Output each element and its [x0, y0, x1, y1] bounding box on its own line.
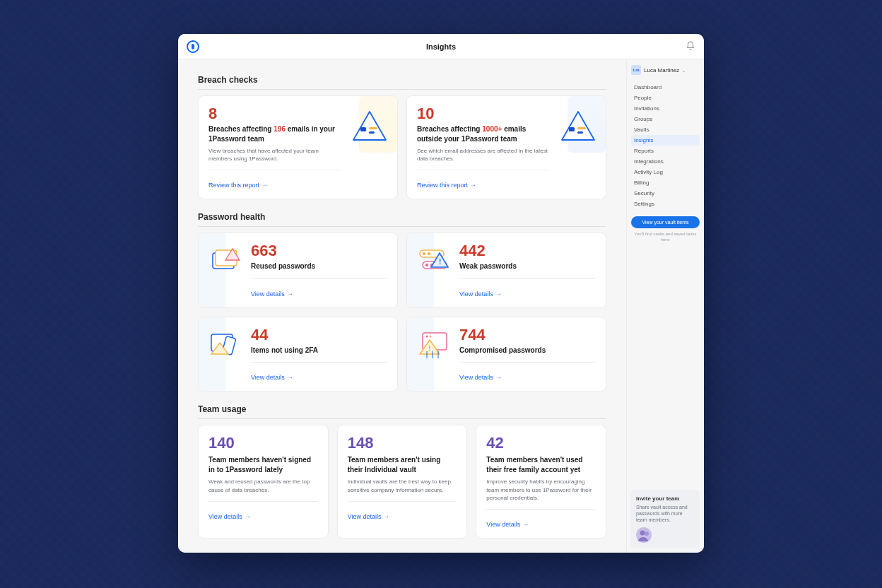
- health-card-reused: 663 Reused passwords View details→: [198, 233, 398, 308]
- view-details-link[interactable]: View details→: [486, 521, 529, 528]
- user-menu[interactable]: Lm Luca Martinez ⌄: [631, 65, 700, 75]
- sidebar-item-reports[interactable]: Reports: [631, 146, 700, 156]
- breach-shield-icon: [348, 109, 392, 148]
- section-heading-team: Team usage: [198, 404, 606, 419]
- sidebar-item-people[interactable]: People: [631, 93, 700, 103]
- view-vault-button[interactable]: View your vault items: [631, 216, 700, 228]
- view-details-link[interactable]: View details→: [208, 513, 251, 520]
- svg-rect-0: [360, 127, 366, 131]
- view-details-link[interactable]: View details→: [348, 513, 390, 520]
- svg-point-25: [645, 531, 649, 536]
- vault-subtext: You'll find vaults and saved items here: [631, 231, 700, 243]
- svg-text:!: !: [428, 345, 430, 353]
- sidebar: Lm Luca Martinez ⌄ DashboardPeopleInvita…: [626, 59, 704, 553]
- review-report-link[interactable]: Review this report→: [208, 182, 268, 189]
- health-count: 442: [459, 242, 596, 260]
- sidebar-item-vaults[interactable]: Vaults: [631, 124, 700, 135]
- breach-count: 10: [417, 105, 549, 123]
- user-name: Luca Martinez: [644, 67, 679, 74]
- svg-point-10: [428, 252, 430, 255]
- main-content: Breach checks 8 Breaches affecting 196 e…: [178, 59, 626, 553]
- health-card-weak: ! 442 Weak passwords View details→: [406, 233, 606, 308]
- sidebar-item-invitations[interactable]: Invitations: [631, 103, 700, 114]
- sidebar-item-security[interactable]: Security: [631, 188, 700, 199]
- sidebar-item-activity-log[interactable]: Activity Log: [631, 167, 700, 177]
- chevron-down-icon: ⌄: [682, 68, 686, 73]
- team-count: 140: [208, 434, 318, 452]
- page-title: Insights: [178, 42, 704, 51]
- breach-shield-icon: [556, 109, 600, 148]
- breach-count: 8: [208, 105, 341, 123]
- invite-sub: Share vault access and passwords with mo…: [636, 504, 694, 523]
- svg-point-18: [426, 335, 428, 337]
- svg-rect-4: [577, 127, 586, 129]
- reused-passwords-icon: [208, 243, 242, 277]
- invite-team-card[interactable]: Invite your team Share vault access and …: [630, 490, 700, 548]
- sidebar-item-groups[interactable]: Groups: [631, 114, 700, 124]
- health-label: Reused passwords: [251, 261, 387, 271]
- health-count: 663: [251, 242, 387, 260]
- health-label: Compromised passwords: [459, 346, 596, 355]
- svg-rect-1: [369, 127, 377, 129]
- team-card-vault: 148 Team members aren't using their Indi…: [337, 425, 468, 539]
- sidebar-item-billing[interactable]: Billing: [631, 177, 700, 188]
- team-count: 148: [348, 434, 457, 452]
- review-report-link[interactable]: Review this report→: [417, 182, 476, 189]
- health-card-2fa: 44 Items not using 2FA View details→: [198, 317, 398, 392]
- svg-point-9: [423, 252, 425, 255]
- health-label: Weak passwords: [459, 261, 596, 271]
- svg-point-24: [640, 531, 645, 536]
- breach-card-external: 10 Breaches affecting 1000+ emails outsi…: [406, 95, 606, 199]
- health-label: Items not using 2FA: [251, 346, 387, 355]
- topbar: Insights: [178, 34, 704, 59]
- svg-text:!: !: [439, 258, 441, 266]
- team-card-family: 42 Team members haven't used their free …: [476, 425, 606, 539]
- breach-sub: View breaches that have affected your te…: [208, 147, 341, 163]
- svg-rect-2: [369, 131, 375, 134]
- team-title: Team members haven't used their free fam…: [486, 455, 596, 474]
- team-title: Team members aren't using their Individu…: [348, 455, 457, 474]
- team-count: 42: [486, 434, 596, 452]
- user-avatar-badge: Lm: [631, 65, 641, 75]
- sidebar-item-dashboard[interactable]: Dashboard: [631, 82, 700, 93]
- view-details-link[interactable]: View details→: [459, 290, 502, 298]
- svg-point-19: [430, 335, 432, 337]
- health-count: 744: [459, 326, 596, 344]
- team-sub: Weak and reused passwords are the top ca…: [208, 478, 318, 493]
- section-heading-breach: Breach checks: [198, 75, 606, 90]
- sidebar-item-integrations[interactable]: Integrations: [631, 156, 700, 167]
- breach-title: Breaches affecting 1000+ emails outside …: [417, 124, 549, 143]
- view-details-link[interactable]: View details→: [459, 374, 502, 381]
- sidebar-item-insights[interactable]: Insights: [631, 135, 700, 146]
- team-sub: Improve security habits by encouraging t…: [486, 478, 596, 502]
- svg-rect-3: [569, 127, 575, 131]
- no-2fa-icon: [208, 327, 242, 361]
- health-card-compromised: ! 744 Compromised passwords View details…: [406, 317, 606, 392]
- invite-title: Invite your team: [636, 495, 694, 502]
- notifications-icon[interactable]: [686, 41, 695, 51]
- weak-passwords-icon: !: [417, 243, 451, 277]
- sidebar-item-settings[interactable]: Settings: [631, 199, 700, 209]
- team-card-signin: 140 Team members haven't signed in to 1P…: [198, 425, 329, 539]
- app-window: Insights Breach checks 8 Breaches affect…: [178, 34, 704, 553]
- breach-title: Breaches affecting 196 emails in your 1P…: [208, 124, 341, 143]
- health-count: 44: [251, 326, 387, 344]
- svg-rect-5: [577, 131, 583, 134]
- view-details-link[interactable]: View details→: [251, 290, 293, 298]
- svg-point-12: [425, 264, 428, 266]
- invite-avatar-icon: [636, 527, 652, 543]
- section-heading-health: Password health: [198, 212, 606, 227]
- team-sub: Individual vaults are the best way to ke…: [348, 478, 457, 493]
- team-title: Team members haven't signed in to 1Passw…: [208, 455, 318, 474]
- compromised-icon: !: [417, 327, 451, 361]
- breach-sub: See which email addresses are affected i…: [417, 147, 549, 163]
- breach-card-internal: 8 Breaches affecting 196 emails in your …: [198, 95, 398, 199]
- view-details-link[interactable]: View details→: [251, 374, 293, 381]
